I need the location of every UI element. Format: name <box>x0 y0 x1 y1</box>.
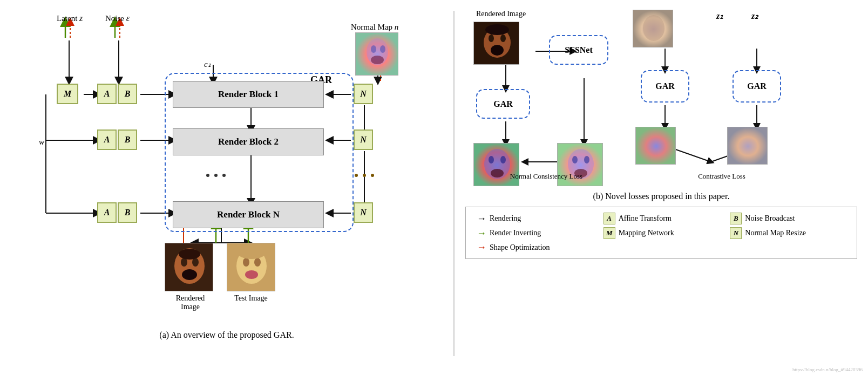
svg-point-51 <box>245 270 258 279</box>
a-box-row1: A <box>97 84 117 104</box>
svg-point-63 <box>491 45 504 56</box>
left-caption: (a) An overview of the proposed GAR. <box>43 330 410 340</box>
c1-label: c₁ <box>204 59 211 69</box>
right-caption: (b) Novel losses proposed in this paper. <box>465 192 857 201</box>
normal-consistency-label: Normal Consistency Loss <box>471 172 622 181</box>
svg-point-50 <box>254 258 261 267</box>
legend-shape-optimization: → Shape Optimization <box>477 242 593 253</box>
w-label: w <box>39 138 44 147</box>
normal-map-label: Normal Map n <box>351 23 398 32</box>
normal-map-image <box>355 32 398 76</box>
svg-point-61 <box>489 35 494 42</box>
sfsnet-box: SFSNet <box>549 35 608 65</box>
n-box-row3: N <box>354 202 373 223</box>
gar-box-contrastive-1: GAR <box>641 70 689 103</box>
svg-point-38 <box>371 45 376 53</box>
svg-point-35 <box>371 174 374 177</box>
svg-point-52 <box>236 244 267 259</box>
svg-point-39 <box>380 45 385 53</box>
a-box-row2: A <box>97 129 117 150</box>
svg-point-68 <box>500 156 506 163</box>
rendered-image-label-r: Rendered Image <box>476 10 526 18</box>
legend-normal-map-resize: N Normal Map Resize <box>730 227 846 239</box>
legend-noise-broadcast: B Noise Broadcast <box>730 213 846 224</box>
b-box-row3: B <box>118 202 137 223</box>
svg-point-72 <box>572 156 578 163</box>
render-block-n: Render Block N <box>173 201 324 228</box>
svg-point-62 <box>500 35 506 42</box>
z2-label: z₂ <box>751 11 758 21</box>
left-diagram-inner: Latent z Noise ε Normal Map n <box>16 11 437 345</box>
legend-box: → Rendering A Affine Transform B Noise B… <box>465 207 857 259</box>
gar-box-r: GAR <box>476 89 530 119</box>
m-box: M <box>57 84 78 104</box>
legend-mapping-network: M Mapping Network <box>603 227 720 239</box>
test-face-image <box>227 243 275 291</box>
contrastive-output-2 <box>727 127 768 165</box>
contrastive-face-2 <box>633 10 673 47</box>
z1-label: z₁ <box>716 11 723 21</box>
n-box-row1: N <box>354 84 373 104</box>
svg-point-84 <box>643 15 664 41</box>
svg-rect-86 <box>728 127 768 165</box>
svg-point-67 <box>489 156 494 163</box>
noise-label: Noise ε <box>105 13 130 23</box>
normal-consistency-diagram: Rendered Image GAR SFSNet <box>465 5 633 189</box>
render-block-1: Render Block 1 <box>173 81 324 108</box>
test-image-caption: Test Image <box>232 294 270 303</box>
svg-point-45 <box>182 269 197 280</box>
svg-point-34 <box>363 174 366 177</box>
render-block-2: Render Block 2 <box>173 128 324 155</box>
a-box-row3: A <box>97 202 117 223</box>
b-box-row2: B <box>118 129 137 150</box>
svg-point-64 <box>485 24 509 35</box>
legend-render-inverting: → Render Inverting <box>477 227 593 239</box>
svg-point-33 <box>355 174 358 177</box>
right-section: Rendered Image GAR SFSNet <box>455 5 857 370</box>
gar-box-contrastive-2: GAR <box>733 70 781 103</box>
svg-point-40 <box>371 56 384 64</box>
b-box-row1: B <box>118 84 137 104</box>
latent-label: Latent z <box>57 13 83 23</box>
svg-point-46 <box>179 249 200 260</box>
rendered-face-r <box>473 22 519 65</box>
contrastive-loss-label: Contrastive Loss <box>649 172 795 181</box>
svg-point-73 <box>584 156 589 163</box>
rendered-face-image <box>165 243 213 291</box>
svg-rect-85 <box>636 127 676 165</box>
svg-point-49 <box>243 258 249 267</box>
legend-affine: A Affine Transform <box>603 213 720 224</box>
watermark: https://blog.csdn.n/blog_#94420396 <box>792 367 863 372</box>
n-box-row2: N <box>354 129 373 150</box>
rendered-image-caption: Rendered Image <box>170 294 211 311</box>
legend-rendering: → Rendering <box>477 213 593 224</box>
contrastive-loss-diagram: z₁ z₂ GAR GAR <box>633 5 816 189</box>
left-diagram: Latent z Noise ε Normal Map n <box>11 5 453 370</box>
top-right-diagrams: Rendered Image GAR SFSNet <box>465 5 857 189</box>
contrastive-output-1 <box>635 127 676 165</box>
